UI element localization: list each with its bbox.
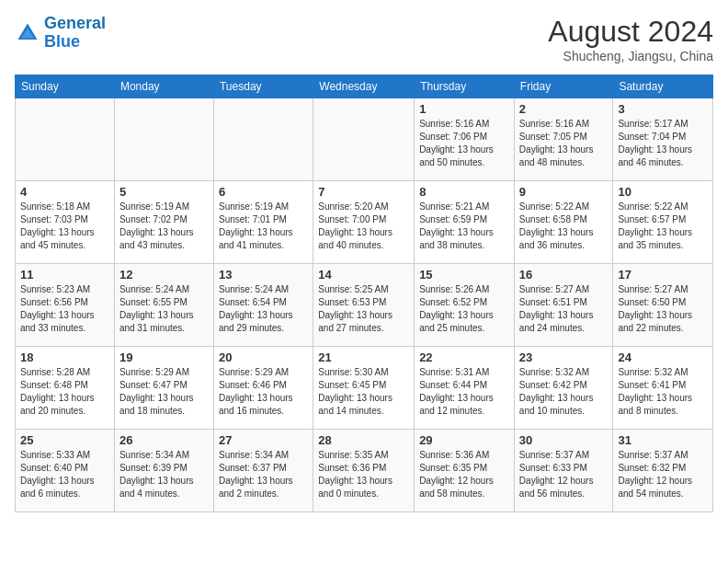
day-number: 1 [419, 102, 509, 116]
day-info: Sunrise: 5:24 AMSunset: 6:55 PMDaylight:… [119, 283, 209, 335]
week-row-5: 25Sunrise: 5:33 AMSunset: 6:40 PMDayligh… [16, 430, 713, 512]
day-info: Sunrise: 5:37 AMSunset: 6:32 PMDaylight:… [618, 449, 708, 500]
day-number: 15 [419, 268, 509, 282]
calendar-cell: 14Sunrise: 5:25 AMSunset: 6:53 PMDayligh… [313, 264, 415, 347]
day-number: 9 [519, 185, 609, 199]
weekday-header-friday: Friday [514, 75, 613, 98]
day-info: Sunrise: 5:29 AMSunset: 6:46 PMDaylight:… [219, 366, 308, 418]
day-number: 6 [219, 185, 308, 199]
calendar-cell: 11Sunrise: 5:23 AMSunset: 6:56 PMDayligh… [16, 264, 115, 347]
day-info: Sunrise: 5:16 AMSunset: 7:06 PMDaylight:… [419, 118, 509, 169]
day-info: Sunrise: 5:27 AMSunset: 6:50 PMDaylight:… [618, 283, 708, 335]
calendar-cell: 6Sunrise: 5:19 AMSunset: 7:01 PMDaylight… [213, 181, 313, 264]
day-number: 29 [419, 433, 509, 447]
day-number: 21 [318, 350, 409, 364]
day-number: 26 [119, 433, 209, 447]
day-info: Sunrise: 5:22 AMSunset: 6:58 PMDaylight:… [519, 201, 609, 252]
day-info: Sunrise: 5:34 AMSunset: 6:39 PMDaylight:… [119, 449, 209, 500]
logo-blue: Blue [44, 33, 106, 52]
day-number: 7 [318, 185, 409, 199]
calendar-table: SundayMondayTuesdayWednesdayThursdayFrid… [15, 75, 713, 512]
calendar-cell [114, 98, 213, 181]
calendar-cell: 18Sunrise: 5:28 AMSunset: 6:48 PMDayligh… [16, 347, 115, 430]
logo-icon [15, 20, 40, 46]
day-number: 5 [119, 185, 209, 199]
calendar-cell: 8Sunrise: 5:21 AMSunset: 6:59 PMDaylight… [415, 181, 515, 264]
day-info: Sunrise: 5:28 AMSunset: 6:48 PMDaylight:… [20, 366, 109, 418]
day-info: Sunrise: 5:32 AMSunset: 6:41 PMDaylight:… [618, 366, 708, 418]
day-info: Sunrise: 5:37 AMSunset: 6:33 PMDaylight:… [519, 449, 609, 500]
day-number: 14 [318, 268, 409, 282]
calendar-cell: 22Sunrise: 5:31 AMSunset: 6:44 PMDayligh… [415, 347, 515, 430]
calendar-header: SundayMondayTuesdayWednesdayThursdayFrid… [16, 75, 713, 98]
calendar-cell: 27Sunrise: 5:34 AMSunset: 6:37 PMDayligh… [213, 430, 313, 512]
calendar-cell: 21Sunrise: 5:30 AMSunset: 6:45 PMDayligh… [313, 347, 415, 430]
calendar-cell: 15Sunrise: 5:26 AMSunset: 6:52 PMDayligh… [415, 264, 515, 347]
day-number: 25 [20, 433, 109, 447]
day-info: Sunrise: 5:17 AMSunset: 7:04 PMDaylight:… [618, 118, 708, 169]
weekday-header-sunday: Sunday [16, 75, 115, 98]
calendar-cell: 9Sunrise: 5:22 AMSunset: 6:58 PMDaylight… [514, 181, 613, 264]
calendar-cell: 25Sunrise: 5:33 AMSunset: 6:40 PMDayligh… [16, 430, 115, 512]
calendar-cell: 13Sunrise: 5:24 AMSunset: 6:54 PMDayligh… [213, 264, 313, 347]
day-info: Sunrise: 5:24 AMSunset: 6:54 PMDaylight:… [219, 283, 308, 335]
week-row-4: 18Sunrise: 5:28 AMSunset: 6:48 PMDayligh… [16, 347, 713, 430]
calendar-cell: 19Sunrise: 5:29 AMSunset: 6:47 PMDayligh… [114, 347, 213, 430]
day-number: 3 [618, 102, 708, 116]
day-info: Sunrise: 5:20 AMSunset: 7:00 PMDaylight:… [318, 201, 409, 252]
calendar-cell: 5Sunrise: 5:19 AMSunset: 7:02 PMDaylight… [114, 181, 213, 264]
day-info: Sunrise: 5:32 AMSunset: 6:42 PMDaylight:… [519, 366, 609, 418]
calendar-cell [16, 98, 115, 181]
day-info: Sunrise: 5:18 AMSunset: 7:03 PMDaylight:… [20, 201, 109, 252]
day-number: 17 [618, 268, 708, 282]
calendar-cell: 20Sunrise: 5:29 AMSunset: 6:46 PMDayligh… [213, 347, 313, 430]
calendar-cell: 24Sunrise: 5:32 AMSunset: 6:41 PMDayligh… [613, 347, 713, 430]
day-number: 31 [618, 433, 708, 447]
day-number: 4 [20, 185, 109, 199]
calendar-cell: 7Sunrise: 5:20 AMSunset: 7:00 PMDaylight… [313, 181, 415, 264]
day-number: 8 [419, 185, 509, 199]
day-info: Sunrise: 5:30 AMSunset: 6:45 PMDaylight:… [318, 366, 409, 418]
day-info: Sunrise: 5:16 AMSunset: 7:05 PMDaylight:… [519, 118, 609, 169]
day-info: Sunrise: 5:25 AMSunset: 6:53 PMDaylight:… [318, 283, 409, 335]
day-number: 19 [119, 350, 209, 364]
day-number: 20 [219, 350, 308, 364]
day-info: Sunrise: 5:22 AMSunset: 6:57 PMDaylight:… [618, 201, 708, 252]
week-row-3: 11Sunrise: 5:23 AMSunset: 6:56 PMDayligh… [16, 264, 713, 347]
weekday-header-thursday: Thursday [415, 75, 515, 98]
calendar-cell: 2Sunrise: 5:16 AMSunset: 7:05 PMDaylight… [514, 98, 613, 181]
day-number: 24 [618, 350, 708, 364]
weekday-header-tuesday: Tuesday [213, 75, 313, 98]
day-number: 23 [519, 350, 609, 364]
day-number: 10 [618, 185, 708, 199]
calendar-cell: 16Sunrise: 5:27 AMSunset: 6:51 PMDayligh… [514, 264, 613, 347]
day-number: 2 [519, 102, 609, 116]
page-header: General Blue August 2024 Shucheng, Jiang… [15, 15, 713, 63]
calendar-body: 1Sunrise: 5:16 AMSunset: 7:06 PMDaylight… [16, 98, 713, 512]
calendar-cell: 17Sunrise: 5:27 AMSunset: 6:50 PMDayligh… [613, 264, 713, 347]
calendar-cell: 1Sunrise: 5:16 AMSunset: 7:06 PMDaylight… [415, 98, 515, 181]
location: Shucheng, Jiangsu, China [548, 49, 713, 63]
day-number: 22 [419, 350, 509, 364]
calendar-cell: 3Sunrise: 5:17 AMSunset: 7:04 PMDaylight… [613, 98, 713, 181]
week-row-1: 1Sunrise: 5:16 AMSunset: 7:06 PMDaylight… [16, 98, 713, 181]
calendar-cell: 23Sunrise: 5:32 AMSunset: 6:42 PMDayligh… [514, 347, 613, 430]
title-block: August 2024 Shucheng, Jiangsu, China [548, 15, 713, 63]
week-row-2: 4Sunrise: 5:18 AMSunset: 7:03 PMDaylight… [16, 181, 713, 264]
day-number: 27 [219, 433, 308, 447]
calendar-cell: 26Sunrise: 5:34 AMSunset: 6:39 PMDayligh… [114, 430, 213, 512]
weekday-header-saturday: Saturday [613, 75, 713, 98]
day-number: 11 [20, 268, 109, 282]
calendar-cell: 31Sunrise: 5:37 AMSunset: 6:32 PMDayligh… [613, 430, 713, 512]
day-number: 13 [219, 268, 308, 282]
weekday-row: SundayMondayTuesdayWednesdayThursdayFrid… [16, 75, 713, 98]
weekday-header-monday: Monday [114, 75, 213, 98]
day-info: Sunrise: 5:31 AMSunset: 6:44 PMDaylight:… [419, 366, 509, 418]
logo: General Blue [15, 15, 106, 52]
day-info: Sunrise: 5:29 AMSunset: 6:47 PMDaylight:… [119, 366, 209, 418]
day-info: Sunrise: 5:19 AMSunset: 7:02 PMDaylight:… [119, 201, 209, 252]
day-info: Sunrise: 5:21 AMSunset: 6:59 PMDaylight:… [419, 201, 509, 252]
logo-general: General [44, 14, 106, 32]
month-year: August 2024 [548, 15, 713, 49]
calendar-cell: 30Sunrise: 5:37 AMSunset: 6:33 PMDayligh… [514, 430, 613, 512]
